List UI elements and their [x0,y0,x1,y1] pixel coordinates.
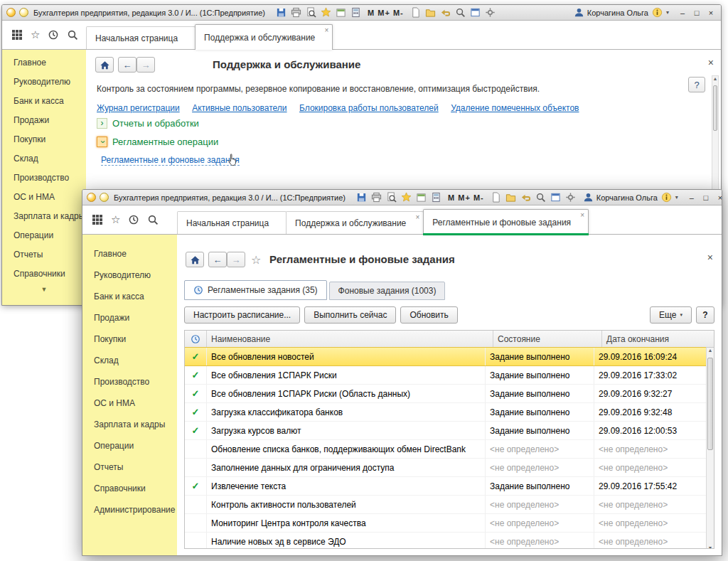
collapse-section-icon[interactable]: › [97,137,107,147]
print-icon[interactable] [371,192,382,203]
undo-icon[interactable] [520,192,531,203]
run-now-button[interactable]: Выполнить сейчас [304,306,396,324]
sidebar-item-glavnoe[interactable]: Главное [2,53,86,73]
sidebar-item-os-nma[interactable]: ОС и НМА [2,188,86,207]
scheduled-jobs-command[interactable]: Регламентные и фоновые задания [101,155,240,166]
sidebar-item-sklad[interactable]: Склад [2,149,86,169]
titlebar-dropdown-icon[interactable]: ▾ [675,194,678,201]
settings-icon[interactable] [485,7,496,18]
undo-icon[interactable] [440,7,451,18]
settings-icon[interactable] [565,192,576,203]
sidebar-item-bank-kassa[interactable]: Банк и касса [2,92,86,111]
titlebar[interactable]: Бухгалтерия предприятия, редакция 3.0 / … [2,5,721,21]
tab-support-service[interactable]: Поддержка и обслуживание × [286,211,424,234]
sections-menu-icon[interactable] [11,29,23,41]
maximize-button[interactable]: □ [691,8,702,18]
home-button[interactable] [95,57,114,73]
section-operations-label[interactable]: Регламентные операции [112,137,218,147]
table-row[interactable]: ✓ Загрузка классификатора банков Задание… [185,403,706,422]
help-button[interactable]: ? [696,306,714,324]
sidebar-item-rukovoditelyu[interactable]: Руководителю [2,73,86,92]
tab-close-icon[interactable]: × [415,214,419,221]
more-button[interactable]: Еще ▾ [650,306,692,324]
back-button[interactable]: ← [118,57,136,73]
show-window-icon[interactable] [550,192,561,203]
main-menu-button[interactable] [6,8,16,17]
tab-close-icon[interactable]: × [580,212,584,219]
current-user[interactable]: Корчагина Ольга [574,7,648,18]
sidebar-item-os-nma[interactable]: ОС и НМА [82,392,177,414]
calculator-memory-buttons[interactable]: М М+ М- [448,193,484,202]
show-window-icon[interactable] [470,7,481,18]
sidebar-item-zarplata[interactable]: Зарплата и кадры [82,414,177,435]
back-button[interactable]: ← [208,252,227,267]
new-document-icon[interactable] [491,192,501,203]
info-icon[interactable] [661,192,672,203]
tab-start-page[interactable]: Начальная страница [86,26,196,49]
table-scrollbar[interactable]: ▲ ▼ [706,348,714,549]
calendar-icon[interactable] [336,7,346,18]
quick-menu-button[interactable] [100,193,109,202]
expand-section-icon[interactable]: › [97,118,107,129]
favorites-icon[interactable]: ☆ [111,214,120,225]
scrollbar-thumb[interactable] [707,358,713,450]
tab-support-service[interactable]: Поддержка и обслуживание × [195,24,333,50]
sidebar-item-proizvodstvo[interactable]: Производство [82,371,177,392]
link-active-users[interactable]: Активные пользователи [192,103,287,113]
print-preview-icon[interactable] [386,192,397,203]
help-button[interactable]: ? [688,77,705,92]
close-page-button[interactable]: × [707,252,713,263]
favorites-star-icon[interactable] [401,192,412,203]
scrollbar-thumb[interactable] [713,85,717,131]
add-to-favorites-icon[interactable]: ☆ [251,253,261,267]
history-icon[interactable] [48,29,59,41]
link-event-log[interactable]: Журнал регистрации [97,103,180,113]
table-row[interactable]: ✓ Все обновления 1СПАРК Риски Задание вы… [185,366,706,385]
table-row[interactable]: Заполнение данных для ограничения доступ… [185,459,706,477]
table-row[interactable]: ✓ Все обновления новостей Задание выполн… [185,347,706,366]
minimize-button[interactable]: – [677,8,688,18]
table-row[interactable]: ✓ Загрузка курсов валют Задание выполнен… [185,422,706,440]
forward-button[interactable]: → [136,57,155,73]
minimize-button[interactable]: – [686,193,697,203]
scroll-up-icon[interactable]: ▲ [708,348,713,353]
sidebar-item-bank-kassa[interactable]: Банк и касса [82,286,177,307]
sidebar-item-pokupki[interactable]: Покупки [2,130,86,149]
sidebar-item-otchety[interactable]: Отчеты [2,245,86,265]
tab-scheduled-jobs-list[interactable]: Регламентные задания (35) [184,280,327,300]
calculator-memory-buttons[interactable]: М М+ М- [368,9,404,17]
sidebar-item-operacii[interactable]: Операции [82,435,177,456]
table-header[interactable]: Наименование Состояние Дата окончания [185,331,714,348]
open-file-icon[interactable] [425,7,436,18]
find-icon[interactable] [535,192,546,203]
link-delete-marked[interactable]: Удаление помеченных объектов [451,103,579,113]
link-user-lock[interactable]: Блокировка работы пользователей [299,103,439,113]
refresh-button[interactable]: Обновить [400,306,457,324]
sidebar-scroll-down-icon[interactable]: ▼ [2,286,86,293]
open-file-icon[interactable] [505,192,516,203]
tab-close-icon[interactable]: × [324,27,328,34]
sidebar-item-zarplata[interactable]: Зарплата и кадры [2,207,86,226]
calculator-icon[interactable] [431,192,441,203]
calendar-icon[interactable] [416,192,427,203]
calculator-icon[interactable] [350,7,361,18]
main-menu-button[interactable] [87,193,96,202]
sidebar-item-prodazhi[interactable]: Продажи [82,307,177,328]
sidebar-item-spravochniki[interactable]: Справочники [82,478,177,499]
info-icon[interactable] [652,7,663,18]
scroll-up-icon[interactable]: ▲ [713,76,718,81]
sidebar-item-rukovoditelyu[interactable]: Руководителю [82,265,177,286]
save-icon[interactable] [276,7,287,18]
table-row[interactable]: Мониторинг Центра контроля качества <не … [185,514,706,533]
sidebar-item-sklad[interactable]: Склад [82,350,177,371]
save-icon[interactable] [356,192,367,203]
table-row[interactable]: ✓ Извлечение текста Задание выполнено 29… [185,477,706,496]
home-button[interactable] [186,252,204,267]
sidebar-item-otchety[interactable]: Отчеты [82,456,177,478]
sections-menu-icon[interactable] [92,214,103,225]
sidebar-item-spravochniki[interactable]: Справочники [2,265,86,284]
close-window-button[interactable]: × [705,8,717,18]
titlebar-dropdown-icon[interactable]: ▾ [666,9,669,16]
maximize-button[interactable]: □ [700,193,712,203]
sidebar-item-administrirovanie[interactable]: Администрирование [82,499,177,520]
